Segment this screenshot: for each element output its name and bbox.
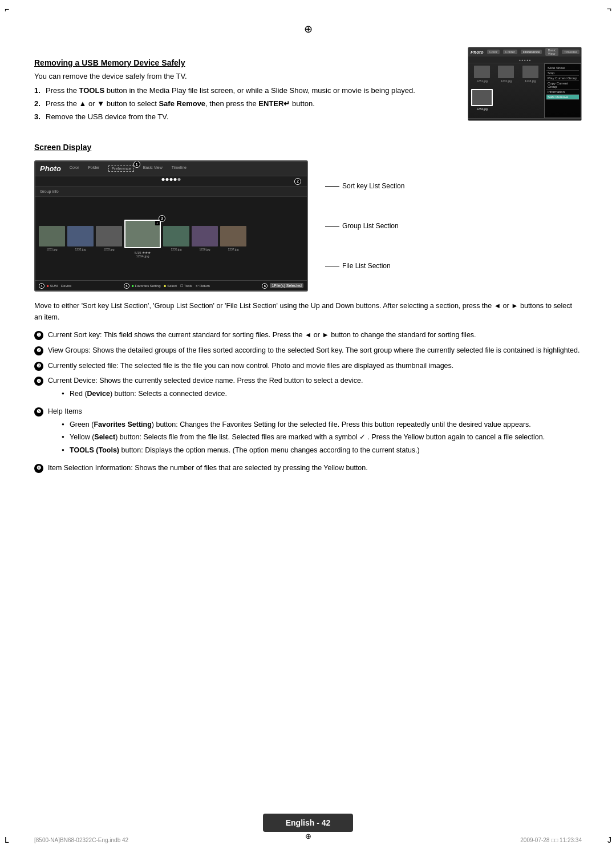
tv-thumb-4-label: 1234.jpg (477, 107, 488, 111)
tv-menu-copy-group: Copy Current Group (546, 81, 579, 90)
photo-tab-folder: Folder (86, 164, 103, 173)
sort-key-label: Sort key List Section (325, 182, 404, 190)
safe-remove-bold: Safe Remove (159, 99, 205, 108)
usb-intro: You can remove the device safely from th… (34, 72, 456, 80)
tools-bold: TOOLS (79, 86, 105, 95)
file-list-label: File List Section (325, 262, 404, 270)
file-selected-badge: 1File(s) Selected (270, 283, 303, 288)
sort-row-right: 2 (294, 178, 301, 185)
badge-1: 1 (133, 161, 140, 168)
photo-tab-color: Color (67, 164, 82, 173)
tv-menu: Slide Show Stop Play Current Group Copy … (544, 63, 581, 118)
tv-thumb-2 (498, 66, 514, 78)
thumb-lbl-1234: 1234.jpg (136, 254, 149, 258)
photo-bottom-bar: 4 ■ SUM Device 5 ■ Favorites Setting ■ S… (35, 280, 307, 290)
sub-item-5-1: Green (Favorites Setting) button: Change… (62, 419, 545, 430)
tv-thumb-2-label: 1232.jpg (501, 79, 512, 83)
badge-5-wrap: 5 (124, 283, 131, 289)
tv-thumb-1-label: 1231.jpg (477, 79, 488, 83)
screen-labels: Sort key List Section Group List Section… (325, 160, 404, 292)
thumb-img-1231 (39, 226, 65, 246)
thumb-1231: 1231.jpg (39, 226, 65, 251)
tv-tab-timeline: Timeline (562, 50, 579, 54)
thumb-1235: 1235.jpg (163, 226, 189, 251)
desc-text-6: Item Selection Information: Shows the nu… (48, 463, 368, 474)
circle-6: ❻ (34, 464, 43, 473)
tv-thumb-group-4: 1234.jpg (471, 89, 493, 116)
check-indicator: ✓ (155, 221, 160, 225)
photo-sort-row: 2 (35, 176, 307, 187)
tools-bold-desc: TOOLS (Tools) (70, 446, 119, 454)
bottom-count-btn: 6 1File(s) Selected (262, 283, 303, 289)
thumb-img-1235 (163, 226, 189, 246)
tools-icon: ☐ (180, 284, 183, 288)
photo-tabs: Color Folder Preference 1 Basic View Tim… (67, 164, 189, 173)
select-icon: ■ (164, 284, 167, 288)
desc-item-2: ❷ View Groups: Shows the detailed groups… (34, 345, 582, 356)
sub-list-4: Red (Device) button: Selects a connected… (62, 389, 363, 399)
top-compass: ⊕ (34, 23, 582, 35)
tv-sort-row: ● ● ● ● ● (468, 56, 581, 63)
description-list: ❶ Current Sort key: This field shows the… (34, 330, 582, 474)
sub-item-4-1: Red (Device) button: Selects a connected… (62, 389, 363, 399)
desc-text-4-wrap: Current Device: Shows the currently sele… (48, 375, 363, 402)
desc-item-6: ❻ Item Selection Information: Shows the … (34, 463, 582, 474)
desc-item-3: ❸ Currently selected file: The selected … (34, 361, 582, 371)
corner-br: J (607, 835, 611, 844)
corner-tr: ¬ (607, 5, 611, 14)
usb-text: Removing a USB Memory Device Safely You … (34, 47, 456, 126)
tv-menu-slideshow: Slide Show (546, 66, 579, 71)
tv-thumb-1 (474, 66, 490, 78)
tv-sort-dots: ● ● ● ● ● (519, 58, 531, 62)
thumb-1233: 1233.jpg (96, 226, 122, 251)
tv-thumb-3 (522, 66, 538, 78)
return-icon: ↩ (196, 284, 198, 288)
tv-photo-label: Photo (471, 50, 484, 55)
badge-4: 4 (39, 283, 44, 289)
tv-menu-stop: Stop (546, 71, 579, 76)
tv-thumb-group: 1231.jpg (471, 66, 493, 88)
badge-6-wrap: 6 (262, 283, 269, 289)
desc-item-5: ❺ Help Items Green (Favorites Setting) b… (34, 406, 582, 458)
favorites-bold: Favorites Setting (94, 421, 151, 428)
circle-3: ❸ (34, 362, 43, 371)
tv-thumb-4-selected (471, 89, 493, 106)
thumb-1236: 1236.jpg (192, 226, 218, 251)
fav-label: Favorites Setting (135, 284, 161, 288)
tv-menu-info: Information (546, 90, 579, 95)
thumb-img-1236 (192, 226, 218, 246)
usb-step-2: 2. Press the ▲ or ▼ button to select Saf… (34, 99, 456, 108)
dot-3 (170, 178, 173, 181)
photo-main: 1231.jpg 1232.jpg 1233.jpg (35, 197, 307, 280)
thumb-lbl-1232: 1232.jpg (75, 248, 86, 251)
sum-label: SUM (50, 284, 58, 288)
footer-bottom: [8500-NA]BN68-02322C-Eng.indb 42 2009-07… (34, 837, 582, 843)
badge-6: 6 (262, 283, 268, 289)
thumb-lbl-1231: 1231.jpg (46, 248, 57, 251)
sub-list-5: Green (Favorites Setting) button: Change… (62, 419, 545, 456)
fav-icon: ■ (132, 284, 134, 288)
photo-header: Photo Color Folder Preference 1 Basic Vi… (35, 161, 307, 176)
group-list-label: Group List Section (325, 222, 404, 230)
badge-4-wrap: 4 (39, 283, 46, 289)
usb-steps: 1. Press the TOOLS button in the Media P… (34, 86, 456, 121)
tv-inner: Photo Color Folder Preference Basic View… (468, 47, 581, 120)
sub-item-5-2: Yellow (Select) button: Selects file fro… (62, 432, 545, 443)
photo-tab-preference-wrap: Preference 1 (106, 164, 136, 173)
device-label: Device (61, 284, 71, 288)
badge-5: 5 (124, 283, 129, 289)
circle-5: ❺ (34, 407, 43, 417)
tv-thumb-3-label: 1233.jpg (525, 79, 536, 83)
group-info: Group info (40, 189, 59, 193)
thumb-lbl-1237: 1237.jpg (228, 248, 238, 251)
bottom-fav-btn: 5 ■ Favorites Setting ■ Select ☐ Tools ↩… (124, 283, 210, 289)
usb-step-3: 3. Remove the USB device from the TV. (34, 112, 456, 121)
footer-right-note: 2009-07-28 □□ 11:23:34 (520, 837, 582, 843)
photo-thumbs-area: 1231.jpg 1232.jpg 1233.jpg (35, 197, 307, 280)
tv-thumbnails: 1231.jpg 1232.jpg 1233.jpg 1234.jpg (468, 63, 544, 118)
thumb-1232: 1232.jpg (67, 226, 94, 251)
tv-tab-color: Color (487, 50, 500, 54)
thumb-img-1237 (220, 226, 246, 246)
sum-icon: ■ (47, 284, 49, 288)
photo-group-row: Group info (35, 187, 307, 197)
